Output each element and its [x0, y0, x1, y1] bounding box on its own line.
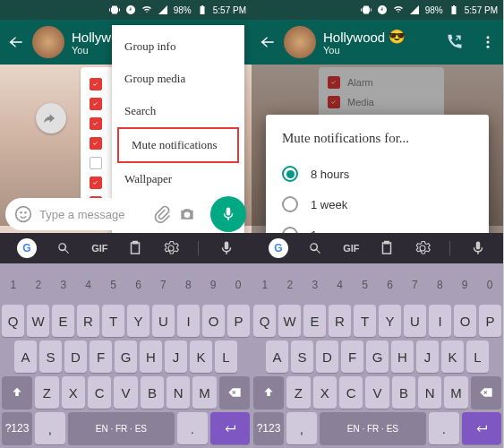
key-R[interactable]: R: [329, 305, 351, 337]
camera-icon[interactable]: [178, 205, 196, 223]
key-A[interactable]: A: [266, 340, 288, 373]
key-O[interactable]: O: [202, 305, 225, 337]
key-R[interactable]: R: [77, 305, 99, 337]
search-icon[interactable]: [307, 240, 323, 256]
menu-mute-notifications[interactable]: Mute notifications: [117, 127, 239, 163]
key-T[interactable]: T: [102, 305, 124, 337]
gif-button[interactable]: GIF: [343, 243, 359, 254]
key-I[interactable]: I: [177, 305, 200, 337]
key-2[interactable]: 2: [278, 269, 302, 301]
key-4[interactable]: 4: [77, 269, 100, 301]
avatar[interactable]: [284, 26, 316, 58]
key-W[interactable]: W: [27, 305, 49, 337]
forward-button[interactable]: [36, 103, 66, 134]
key-M[interactable]: M: [192, 376, 216, 409]
key-5[interactable]: 5: [102, 269, 125, 301]
key-O[interactable]: O: [454, 305, 476, 337]
menu-wallpaper[interactable]: Wallpaper: [112, 163, 244, 195]
key-J[interactable]: J: [165, 340, 187, 373]
key-T[interactable]: T: [354, 305, 376, 337]
add-call-icon[interactable]: [446, 33, 464, 51]
enter-key[interactable]: [210, 412, 250, 444]
key-Y[interactable]: Y: [127, 305, 149, 337]
key-D[interactable]: D: [316, 340, 338, 373]
message-input[interactable]: Type a message: [5, 198, 205, 230]
back-icon[interactable]: [7, 33, 25, 51]
enter-key[interactable]: [462, 412, 501, 444]
key-G[interactable]: G: [115, 340, 137, 373]
key-Y[interactable]: Y: [379, 305, 401, 337]
search-icon[interactable]: [56, 240, 72, 256]
key-S[interactable]: S: [291, 340, 313, 373]
key-U[interactable]: U: [152, 305, 175, 337]
mic-icon[interactable]: [218, 240, 235, 256]
key-G[interactable]: G: [366, 340, 389, 373]
key-M[interactable]: M: [444, 376, 467, 409]
key-P[interactable]: P: [479, 305, 501, 337]
radio-8-hours[interactable]: 8 hours: [282, 159, 473, 189]
key-6[interactable]: 6: [379, 269, 402, 301]
shift-key[interactable]: [2, 376, 32, 409]
key-F[interactable]: F: [90, 340, 112, 373]
symbols-key[interactable]: ?123: [253, 412, 284, 444]
symbols-key[interactable]: ?123: [2, 412, 32, 444]
comma-key[interactable]: ,: [286, 412, 317, 444]
key-9[interactable]: 9: [453, 269, 476, 301]
key-X[interactable]: X: [313, 376, 337, 409]
key-1[interactable]: 1: [2, 269, 25, 301]
key-H[interactable]: H: [391, 340, 414, 373]
key-3[interactable]: 3: [303, 269, 327, 301]
clipboard-icon[interactable]: [379, 240, 395, 256]
more-icon[interactable]: [480, 34, 496, 50]
clipboard-icon[interactable]: [127, 240, 143, 256]
key-W[interactable]: W: [278, 305, 301, 337]
settings-icon[interactable]: [414, 240, 431, 256]
key-Q[interactable]: Q: [253, 305, 276, 337]
avatar[interactable]: [32, 26, 64, 58]
key-3[interactable]: 3: [52, 269, 75, 301]
key-I[interactable]: I: [429, 305, 451, 337]
key-1[interactable]: 1: [253, 269, 277, 301]
key-0[interactable]: 0: [226, 269, 250, 301]
menu-group-info[interactable]: Group info: [112, 30, 244, 63]
key-8[interactable]: 8: [428, 269, 451, 301]
key-P[interactable]: P: [227, 305, 250, 337]
emoji-picker-icon[interactable]: [14, 205, 32, 223]
key-F[interactable]: F: [341, 340, 363, 373]
key-K[interactable]: K: [441, 340, 464, 373]
google-icon[interactable]: G: [17, 238, 37, 258]
key-X[interactable]: X: [62, 376, 85, 409]
key-C[interactable]: C: [339, 376, 363, 409]
key-S[interactable]: S: [39, 340, 62, 373]
space-key[interactable]: EN · FR · ES: [68, 412, 175, 444]
shift-key[interactable]: [253, 376, 284, 409]
key-8[interactable]: 8: [176, 269, 200, 301]
key-6[interactable]: 6: [127, 269, 150, 301]
key-J[interactable]: J: [416, 340, 439, 373]
mic-button[interactable]: [210, 196, 246, 232]
attach-icon[interactable]: [153, 205, 171, 223]
key-C[interactable]: C: [88, 376, 111, 409]
key-V[interactable]: V: [365, 376, 389, 409]
key-4[interactable]: 4: [329, 269, 352, 301]
key-N[interactable]: N: [418, 376, 441, 409]
backspace-key[interactable]: [471, 376, 501, 409]
key-Q[interactable]: Q: [2, 305, 24, 337]
back-icon[interactable]: [259, 33, 277, 51]
key-L[interactable]: L: [215, 340, 237, 373]
key-Z[interactable]: Z: [286, 376, 310, 409]
gif-button[interactable]: GIF: [91, 243, 107, 254]
key-7[interactable]: 7: [151, 269, 175, 301]
key-Z[interactable]: Z: [35, 376, 58, 409]
settings-icon[interactable]: [163, 240, 179, 256]
key-E[interactable]: E: [52, 305, 74, 337]
key-U[interactable]: U: [404, 305, 426, 337]
menu-search[interactable]: Search: [112, 95, 244, 127]
key-H[interactable]: H: [140, 340, 162, 373]
period-key[interactable]: .: [177, 412, 208, 444]
period-key[interactable]: .: [429, 412, 459, 444]
menu-group-media[interactable]: Group media: [112, 63, 244, 95]
key-D[interactable]: D: [64, 340, 87, 373]
key-K[interactable]: K: [190, 340, 212, 373]
key-B[interactable]: B: [141, 376, 164, 409]
